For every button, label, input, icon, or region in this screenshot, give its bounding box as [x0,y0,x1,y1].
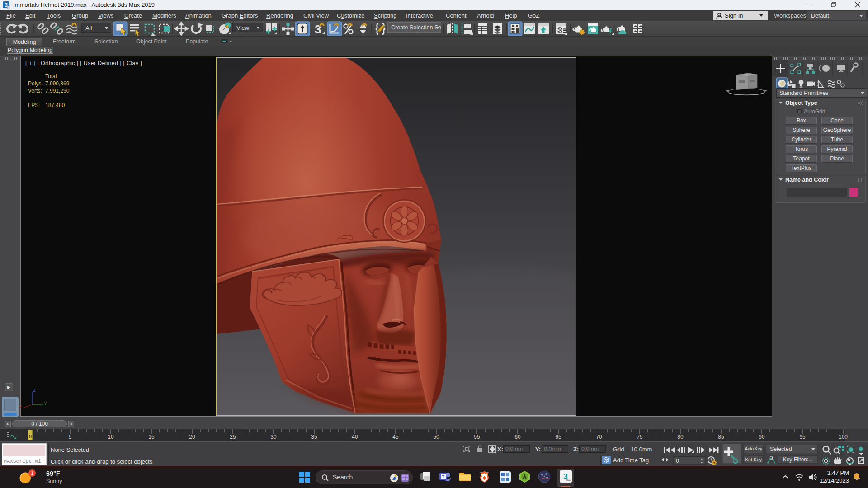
svg-text:25: 25 [230,434,236,440]
svg-text:40: 40 [352,434,358,440]
svg-text:10: 10 [108,434,114,440]
svg-text:45: 45 [392,434,399,440]
svg-text:30: 30 [270,434,277,440]
svg-text:70: 70 [596,434,602,440]
svg-text:50: 50 [433,434,439,440]
svg-text:55: 55 [474,434,480,440]
svg-text:35: 35 [311,434,317,440]
svg-text:15: 15 [148,434,155,440]
svg-text:20: 20 [189,434,195,440]
svg-text:100: 100 [839,434,848,440]
svg-text:x: x [19,404,22,409]
svg-text:80: 80 [677,434,684,440]
svg-text:60: 60 [514,434,521,440]
svg-text:5: 5 [69,434,72,440]
svg-text:y: y [44,400,47,405]
svg-text:90: 90 [759,434,765,440]
svg-text:T: T [442,474,445,479]
svg-text:75: 75 [637,434,643,440]
svg-text:0: 0 [676,458,679,464]
svg-text:65: 65 [555,434,561,440]
svg-text:95: 95 [799,434,806,440]
svg-text:1: 1 [31,470,33,476]
svg-text:85: 85 [718,434,724,440]
svg-text:z: z [33,388,36,393]
svg-text:MAX: MAX [566,479,572,482]
